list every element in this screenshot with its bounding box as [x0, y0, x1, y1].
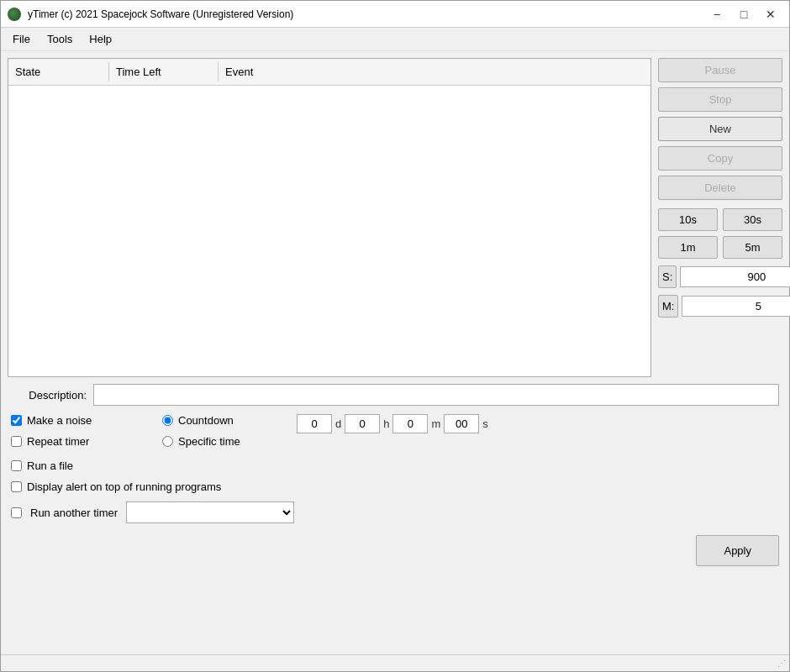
- main-window: yTimer (c) 2021 Spacejock Software (Unre…: [0, 0, 790, 672]
- description-label: Description:: [11, 389, 87, 402]
- countdown-radio[interactable]: [162, 415, 173, 426]
- col-state-header: State: [8, 62, 109, 81]
- close-button[interactable]: ✕: [759, 6, 782, 23]
- description-row: Description:: [11, 384, 779, 406]
- menu-bar: File Tools Help: [1, 28, 789, 51]
- table-body[interactable]: [8, 86, 650, 376]
- repeat-timer-row: Repeat timer: [11, 435, 145, 448]
- hours-input[interactable]: [345, 414, 380, 433]
- apply-button[interactable]: Apply: [696, 535, 779, 566]
- quick-10s-button[interactable]: 10s: [658, 208, 718, 231]
- m-label[interactable]: M:: [658, 295, 678, 318]
- quick-30s-button[interactable]: 30s: [723, 208, 782, 231]
- copy-button[interactable]: Copy: [658, 146, 782, 171]
- title-bar-left: yTimer (c) 2021 Spacejock Software (Unre…: [8, 8, 293, 21]
- checkbox-column: Make a noise Repeat timer: [11, 414, 145, 448]
- specific-time-radio[interactable]: [162, 436, 173, 447]
- s-label[interactable]: S:: [658, 265, 677, 288]
- main-content: State Time Left Event Pause Stop New Cop…: [1, 51, 789, 654]
- menu-help[interactable]: Help: [81, 29, 120, 49]
- menu-file[interactable]: File: [4, 29, 39, 49]
- days-input[interactable]: [297, 414, 332, 433]
- run-another-timer-label: Run another timer: [30, 507, 118, 519]
- run-file-label: Run a file: [27, 459, 73, 472]
- minutes-label: m: [431, 417, 440, 430]
- run-file-row: Run a file: [11, 459, 779, 472]
- s-input[interactable]: [680, 266, 790, 287]
- stop-button[interactable]: Stop: [658, 87, 782, 112]
- countdown-label: Countdown: [178, 414, 234, 427]
- quick-buttons: 10s 30s 1m 5m: [658, 208, 782, 259]
- timer-table: State Time Left Event: [8, 58, 651, 377]
- make-noise-label: Make a noise: [27, 414, 92, 427]
- display-alert-label: Display alert on top of running programs: [27, 480, 221, 493]
- display-alert-checkbox[interactable]: [11, 481, 22, 492]
- extra-checkboxes: Run a file Display alert on top of runni…: [11, 459, 779, 523]
- hours-label: h: [383, 417, 389, 430]
- make-noise-row: Make a noise: [11, 414, 145, 427]
- delete-button[interactable]: Delete: [658, 176, 782, 200]
- window-title: yTimer (c) 2021 Spacejock Software (Unre…: [28, 8, 293, 20]
- top-section: State Time Left Event Pause Stop New Cop…: [8, 58, 782, 377]
- run-another-timer-row: Run another timer: [11, 501, 779, 523]
- app-icon: [8, 8, 21, 21]
- options-row: Make a noise Repeat timer Countdown: [11, 414, 779, 448]
- time-inputs: d h m s: [297, 414, 488, 433]
- m-input[interactable]: [682, 296, 790, 317]
- apply-row: Apply: [11, 532, 779, 570]
- repeat-timer-label: Repeat timer: [27, 435, 89, 448]
- specific-time-row: Specific time: [162, 435, 280, 448]
- maximize-button[interactable]: □: [732, 6, 756, 23]
- s-row: S:: [658, 265, 782, 288]
- title-bar: yTimer (c) 2021 Spacejock Software (Unre…: [1, 1, 789, 28]
- countdown-row: Countdown: [162, 414, 280, 427]
- seconds-label: s: [482, 417, 488, 430]
- run-another-timer-checkbox[interactable]: [11, 507, 22, 518]
- col-timeleft-header: Time Left: [109, 62, 219, 81]
- right-panel: Pause Stop New Copy Delete 10s 30s 1m 5m…: [658, 58, 782, 377]
- minutes-input[interactable]: [392, 414, 428, 433]
- table-header: State Time Left Event: [8, 59, 650, 86]
- display-alert-row: Display alert on top of running programs: [11, 480, 779, 493]
- radio-column: Countdown Specific time: [162, 414, 280, 448]
- days-label: d: [335, 417, 341, 430]
- col-event-header: Event: [219, 62, 650, 81]
- title-controls: − □ ✕: [705, 6, 782, 23]
- m-row: M:: [658, 295, 782, 318]
- seconds-input[interactable]: [444, 414, 479, 433]
- resize-icon: ⋰: [777, 659, 786, 668]
- make-noise-checkbox[interactable]: [11, 415, 22, 426]
- minimize-button[interactable]: −: [705, 6, 729, 23]
- quick-1m-button[interactable]: 1m: [658, 236, 718, 259]
- run-file-checkbox[interactable]: [11, 460, 22, 471]
- pause-button[interactable]: Pause: [658, 58, 782, 82]
- description-input[interactable]: [93, 384, 779, 406]
- new-button[interactable]: New: [658, 117, 782, 141]
- repeat-timer-checkbox[interactable]: [11, 436, 22, 447]
- menu-tools[interactable]: Tools: [39, 29, 81, 49]
- run-another-timer-dropdown[interactable]: [126, 501, 294, 523]
- quick-5m-button[interactable]: 5m: [723, 236, 782, 259]
- specific-time-label: Specific time: [178, 435, 240, 448]
- bottom-section: Description: Make a noise Repeat timer: [8, 377, 782, 576]
- status-bar: ⋰: [1, 654, 789, 671]
